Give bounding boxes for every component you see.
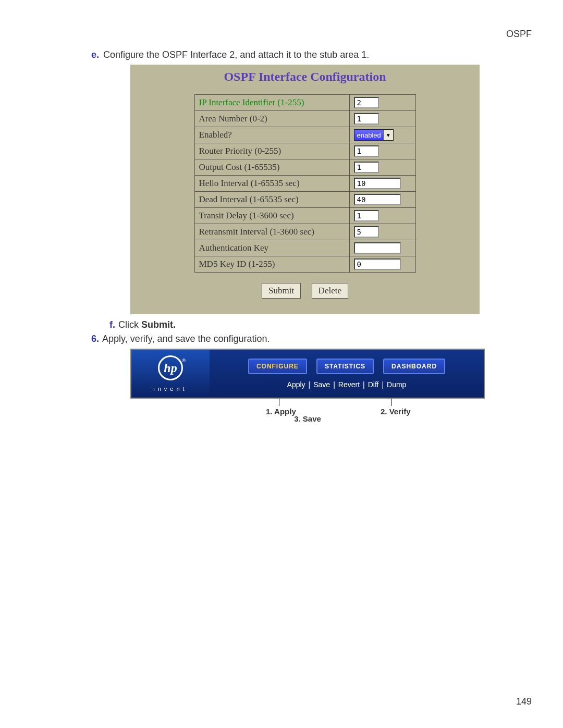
hp-logo: hp ® invent (131, 350, 210, 398)
config-row-value-cell (349, 224, 415, 240)
config-row: Retransmit Interval (1-3600 sec) (194, 224, 415, 240)
config-row-value-cell (349, 176, 415, 192)
config-row-value-cell (349, 208, 415, 224)
invent-text: invent (153, 386, 187, 392)
ospf-config-panel: OSPF Interface Configuration IP Interfac… (130, 65, 480, 314)
config-row-value-cell (349, 95, 415, 111)
config-row-value-cell (349, 240, 415, 256)
config-row-label: Transit Delay (1-3600 sec) (194, 208, 349, 224)
config-input[interactable] (354, 113, 379, 125)
submit-button[interactable]: Submit (262, 283, 301, 299)
config-row-label: Router Priority (0-255) (194, 143, 349, 159)
chevron-down-icon: ▼ (383, 130, 393, 140)
config-row-label: Enabled? (194, 127, 349, 143)
select-value: enabled (357, 131, 383, 139)
delete-button[interactable]: Delete (312, 283, 348, 299)
config-row-label: Hello Interval (1-65535 sec) (194, 176, 349, 192)
config-row: Authentication Key (194, 240, 415, 256)
step-6-text: Apply, verify, and save the configuratio… (102, 334, 270, 344)
config-title: OSPF Interface Configuration (130, 65, 480, 94)
config-row-label: MD5 Key ID (1-255) (194, 256, 349, 273)
link-revert[interactable]: Revert (338, 380, 360, 389)
config-input[interactable] (354, 162, 379, 173)
config-row-value-cell (349, 143, 415, 159)
config-row-value-cell: enabled▼ (349, 127, 415, 143)
page-number: 149 (516, 696, 532, 707)
link-apply[interactable]: Apply (287, 380, 305, 389)
config-row: Transit Delay (1-3600 sec) (194, 208, 415, 224)
step-6: 6.Apply, verify, and save the configurat… (91, 334, 532, 344)
config-input[interactable] (354, 194, 401, 205)
step-e-text: Configure the OSPF Interface 2, and atta… (103, 50, 369, 60)
hp-toolbar: hp ® invent CONFIGURE STATISTICS DASHBOA… (130, 349, 485, 423)
config-input[interactable] (354, 226, 379, 238)
toolbar-link-row: Apply|Save|Revert|Diff|Dump (287, 380, 407, 389)
step-e-marker: e. (91, 50, 99, 60)
config-input[interactable] (354, 97, 379, 108)
config-input[interactable] (354, 258, 401, 270)
annotation-save: 3. Save (130, 414, 485, 423)
config-row-label: IP Interface Identifier (1-255) (194, 95, 349, 111)
config-row: Hello Interval (1-65535 sec) (194, 176, 415, 192)
link-save[interactable]: Save (313, 380, 330, 389)
hp-logo-text: hp (160, 357, 181, 379)
tab-dashboard[interactable]: DASHBOARD (383, 359, 445, 374)
config-row: MD5 Key ID (1-255) (194, 256, 415, 273)
step-f: f.Click Submit. (109, 319, 532, 330)
step-f-prefix: Click (118, 319, 141, 330)
config-row-label: Authentication Key (194, 240, 349, 256)
config-row-label: Area Number (0-2) (194, 111, 349, 127)
registered-icon: ® (182, 358, 186, 363)
step-f-marker: f. (109, 319, 115, 330)
config-row-value-cell (349, 159, 415, 176)
annotation-apply: 1. Apply (266, 407, 296, 416)
link-dump[interactable]: Dump (387, 380, 406, 389)
config-row-label: Retransmit Interval (1-3600 sec) (194, 224, 349, 240)
tab-configure[interactable]: CONFIGURE (248, 359, 307, 374)
annotation-verify: 2. Verify (381, 407, 411, 416)
config-table: IP Interface Identifier (1-255)Area Numb… (194, 94, 416, 273)
config-row: Output Cost (1-65535) (194, 159, 415, 176)
config-row: Router Priority (0-255) (194, 143, 415, 159)
config-row: IP Interface Identifier (1-255) (194, 95, 415, 111)
tab-statistics[interactable]: STATISTICS (316, 359, 374, 374)
config-input[interactable] (354, 178, 401, 189)
config-row-label: Dead Interval (1-65535 sec) (194, 192, 349, 208)
config-row-label: Output Cost (1-65535) (194, 159, 349, 176)
config-row-value-cell (349, 192, 415, 208)
enabled-select[interactable]: enabled▼ (354, 129, 394, 141)
step-f-bold: Submit. (141, 319, 176, 330)
config-input[interactable] (354, 210, 379, 221)
config-input[interactable] (354, 242, 401, 254)
config-row: Dead Interval (1-65535 sec) (194, 192, 415, 208)
config-row-value-cell (349, 256, 415, 273)
config-row-value-cell (349, 111, 415, 127)
section-header: OSPF (506, 29, 532, 40)
step-e: e.Configure the OSPF Interface 2, and at… (91, 50, 532, 60)
config-row: Area Number (0-2) (194, 111, 415, 127)
link-diff[interactable]: Diff (368, 380, 379, 389)
config-input[interactable] (354, 145, 379, 157)
config-row: Enabled?enabled▼ (194, 127, 415, 143)
step-6-marker: 6. (91, 334, 99, 344)
